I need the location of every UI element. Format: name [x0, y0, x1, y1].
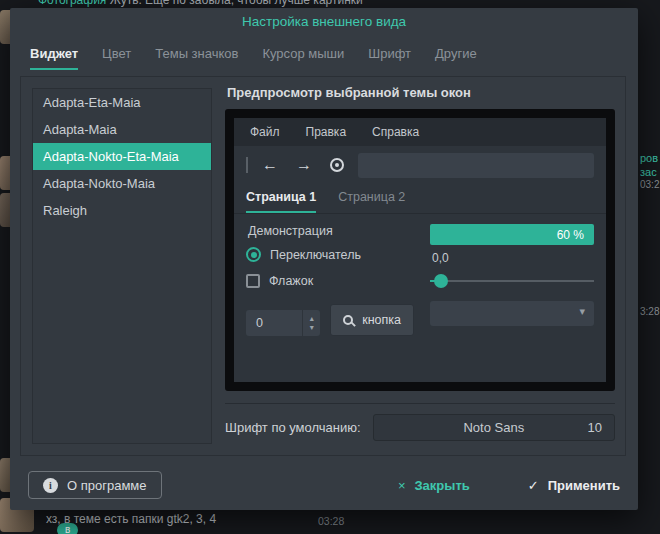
tab-icon-themes[interactable]: Темы значков	[155, 46, 238, 70]
chat-bottom-timestamp: 03:28	[318, 515, 344, 527]
chat-timestamp: 03:2	[640, 179, 660, 190]
theme-item[interactable]: Raleigh	[33, 197, 211, 224]
chat-sender-name: Фотография	[38, 0, 106, 7]
record-icon	[330, 158, 344, 172]
default-font-row: Шрифт по умолчанию: Noto Sans 10	[225, 414, 615, 441]
default-font-label: Шрифт по умолчанию:	[225, 420, 361, 435]
preview-demo-group: Демонстрация Переключатель Флажок	[246, 224, 414, 370]
font-size: 10	[588, 415, 602, 440]
chat-timestamp: 3:28	[640, 306, 660, 317]
about-button[interactable]: i О программе	[28, 471, 162, 499]
chat-fragment: ров	[640, 152, 660, 164]
spinbox: 0 ▴ ▾	[246, 310, 320, 336]
dialog-action-bar: i О программе × Закрыть ✓ Применить	[28, 470, 620, 500]
menu-file: Файл	[250, 125, 280, 139]
tab-color[interactable]: Цвет	[102, 46, 131, 70]
tab-widget[interactable]: Виджет	[30, 46, 78, 70]
spin-down-icon: ▾	[310, 324, 314, 332]
preview-menubar: Файл Правка Справка	[234, 118, 606, 146]
checkbox-row: Флажок	[246, 274, 414, 288]
apply-button[interactable]: ✓ Применить	[528, 478, 620, 493]
radio-row: Переключатель	[246, 247, 414, 262]
tab-other[interactable]: Другие	[435, 46, 477, 70]
chat-fragment: зас	[640, 166, 660, 178]
close-button-label: Закрыть	[414, 478, 469, 493]
divider	[225, 403, 615, 404]
window-title: Настройка внешнего вида	[242, 14, 406, 29]
window-titlebar[interactable]: Настройка внешнего вида	[10, 8, 638, 36]
tab-font[interactable]: Шрифт	[368, 46, 411, 70]
slider-track	[430, 280, 594, 282]
apply-button-label: Применить	[548, 478, 620, 493]
screen: Фотография Жуть. Еще по забыла, чтобы лу…	[0, 0, 660, 534]
spinbox-value: 0	[256, 310, 263, 336]
widget-tab-content: Adapta-Eta-Maia Adapta-Maia Adapta-Nokto…	[20, 76, 626, 456]
spin-up-icon: ▴	[310, 315, 314, 323]
spin-button-row: 0 ▴ ▾ кнопка	[246, 304, 414, 336]
appearance-settings-dialog: Настройка внешнего вида Виджет Цвет Темы…	[10, 8, 638, 510]
font-picker-button[interactable]: Noto Sans 10	[373, 414, 615, 441]
chevron-down-icon: ▾	[579, 305, 585, 318]
checkbox-label: Флажок	[269, 274, 313, 288]
radio-button-icon	[246, 247, 261, 262]
checkbox-icon	[246, 274, 260, 288]
theme-list: Adapta-Eta-Maia Adapta-Maia Adapta-Nokto…	[32, 88, 212, 444]
forward-arrow-icon: →	[296, 156, 312, 174]
preview-demo-right: 60 % 0,0 ▾	[430, 224, 594, 370]
info-icon: i	[43, 478, 58, 493]
theme-preview-window: Файл Правка Справка ← → Страница 1 Стран…	[225, 109, 615, 391]
group-label: Демонстрация	[248, 224, 414, 238]
preview-column: Предпросмотр выбранной темы окон Файл Пр…	[225, 85, 615, 447]
settings-tab-bar: Виджет Цвет Темы значков Курсор мыши Шри…	[30, 46, 477, 70]
progress-label: 60 %	[557, 228, 584, 242]
menu-help: Справка	[372, 125, 419, 139]
theme-item[interactable]: Adapta-Nokto-Maia	[33, 170, 211, 197]
preview-tab-page2: Страница 2	[338, 190, 405, 213]
menu-edit: Правка	[306, 125, 347, 139]
chat-message-text: Жуть. Еще по забыла, чтобы лучше картинк…	[110, 0, 363, 7]
theme-item-selected[interactable]: Adapta-Nokto-Eta-Maia	[33, 143, 211, 170]
chat-unread-badge: в	[57, 523, 78, 534]
tab-mouse-cursor[interactable]: Курсор мыши	[262, 46, 344, 70]
combobox: ▾	[430, 301, 594, 326]
spinbox-arrows: ▴ ▾	[302, 310, 320, 336]
demo-button-label: кнопка	[362, 313, 401, 327]
back-arrow-icon: ←	[262, 156, 278, 174]
about-button-label: О программе	[67, 478, 147, 493]
close-icon: ×	[398, 478, 406, 493]
theme-item[interactable]: Adapta-Maia	[33, 116, 211, 143]
search-icon	[343, 315, 353, 325]
toolbar-separator	[246, 157, 248, 173]
close-button[interactable]: × Закрыть	[398, 478, 470, 493]
preview-notebook-tabs: Страница 1 Страница 2	[234, 184, 606, 214]
progress-bar: 60 %	[430, 224, 594, 245]
preview-heading: Предпросмотр выбранной темы окон	[227, 85, 615, 100]
theme-item[interactable]: Adapta-Eta-Maia	[33, 89, 211, 116]
preview-text-entry	[358, 153, 594, 178]
preview-tab-page1: Страница 1	[246, 190, 316, 213]
demo-button: кнопка	[330, 304, 414, 336]
check-icon: ✓	[528, 478, 539, 493]
radio-label: Переключатель	[270, 248, 361, 262]
slider	[430, 274, 594, 288]
preview-toolbar: ← →	[234, 146, 606, 184]
font-name: Noto Sans	[374, 415, 614, 440]
slider-handle	[434, 274, 448, 288]
scale-value: 0,0	[432, 251, 594, 265]
preview-widgets: Демонстрация Переключатель Флажок	[234, 214, 606, 382]
